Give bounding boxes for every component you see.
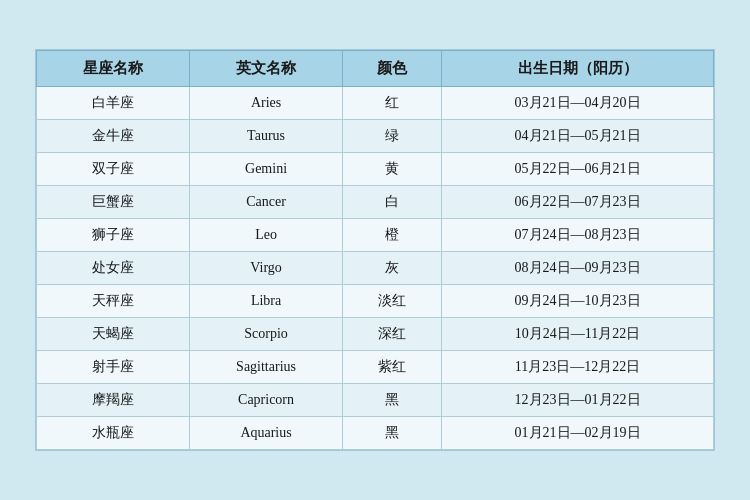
cell-dates: 04月21日—05月21日 [442,120,714,153]
header-chinese-name: 星座名称 [37,51,190,87]
cell-chinese-name: 白羊座 [37,87,190,120]
cell-english-name: Gemini [190,153,343,186]
cell-chinese-name: 巨蟹座 [37,186,190,219]
cell-dates: 05月22日—06月21日 [442,153,714,186]
cell-dates: 08月24日—09月23日 [442,252,714,285]
table-row: 水瓶座Aquarius黑01月21日—02月19日 [37,417,714,450]
cell-color: 白 [343,186,442,219]
cell-chinese-name: 狮子座 [37,219,190,252]
table-row: 白羊座Aries红03月21日—04月20日 [37,87,714,120]
cell-english-name: Libra [190,285,343,318]
cell-chinese-name: 天蝎座 [37,318,190,351]
table-row: 天蝎座Scorpio深红10月24日—11月22日 [37,318,714,351]
cell-chinese-name: 金牛座 [37,120,190,153]
cell-color: 灰 [343,252,442,285]
cell-english-name: Aquarius [190,417,343,450]
cell-chinese-name: 射手座 [37,351,190,384]
cell-dates: 01月21日—02月19日 [442,417,714,450]
cell-chinese-name: 双子座 [37,153,190,186]
cell-dates: 09月24日—10月23日 [442,285,714,318]
cell-english-name: Taurus [190,120,343,153]
table-header-row: 星座名称 英文名称 颜色 出生日期（阳历） [37,51,714,87]
cell-color: 黑 [343,417,442,450]
cell-color: 淡红 [343,285,442,318]
cell-chinese-name: 处女座 [37,252,190,285]
table-row: 金牛座Taurus绿04月21日—05月21日 [37,120,714,153]
cell-english-name: Cancer [190,186,343,219]
zodiac-table: 星座名称 英文名称 颜色 出生日期（阳历） 白羊座Aries红03月21日—04… [36,50,714,450]
cell-dates: 10月24日—11月22日 [442,318,714,351]
cell-dates: 11月23日—12月22日 [442,351,714,384]
table-row: 射手座Sagittarius紫红11月23日—12月22日 [37,351,714,384]
header-dates: 出生日期（阳历） [442,51,714,87]
table-row: 巨蟹座Cancer白06月22日—07月23日 [37,186,714,219]
zodiac-table-container: 星座名称 英文名称 颜色 出生日期（阳历） 白羊座Aries红03月21日—04… [35,49,715,451]
cell-english-name: Scorpio [190,318,343,351]
cell-chinese-name: 摩羯座 [37,384,190,417]
table-row: 处女座Virgo灰08月24日—09月23日 [37,252,714,285]
cell-english-name: Capricorn [190,384,343,417]
cell-english-name: Sagittarius [190,351,343,384]
cell-color: 绿 [343,120,442,153]
cell-chinese-name: 天秤座 [37,285,190,318]
cell-chinese-name: 水瓶座 [37,417,190,450]
cell-color: 黄 [343,153,442,186]
header-color: 颜色 [343,51,442,87]
cell-dates: 06月22日—07月23日 [442,186,714,219]
cell-english-name: Leo [190,219,343,252]
cell-dates: 12月23日—01月22日 [442,384,714,417]
table-row: 天秤座Libra淡红09月24日—10月23日 [37,285,714,318]
cell-color: 黑 [343,384,442,417]
cell-color: 红 [343,87,442,120]
table-row: 狮子座Leo橙07月24日—08月23日 [37,219,714,252]
header-english-name: 英文名称 [190,51,343,87]
cell-color: 深红 [343,318,442,351]
table-body: 白羊座Aries红03月21日—04月20日金牛座Taurus绿04月21日—0… [37,87,714,450]
cell-english-name: Virgo [190,252,343,285]
cell-color: 橙 [343,219,442,252]
table-row: 双子座Gemini黄05月22日—06月21日 [37,153,714,186]
cell-color: 紫红 [343,351,442,384]
cell-dates: 03月21日—04月20日 [442,87,714,120]
cell-dates: 07月24日—08月23日 [442,219,714,252]
cell-english-name: Aries [190,87,343,120]
table-row: 摩羯座Capricorn黑12月23日—01月22日 [37,384,714,417]
